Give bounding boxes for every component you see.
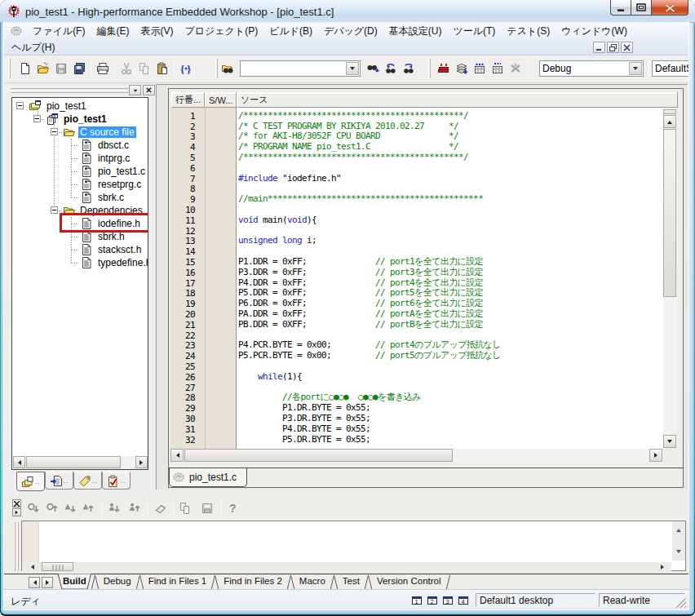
tree-item-C source file[interactable]: C source file xyxy=(12,126,148,139)
tree-expander[interactable] xyxy=(51,206,58,214)
copy-button[interactable] xyxy=(135,60,153,78)
output-tab-macro[interactable]: Macro xyxy=(294,574,330,590)
menu-item-7[interactable]: ツール(T) xyxy=(447,22,501,41)
tree-item-pio_test1[interactable]: Bpio_test1 xyxy=(12,113,148,126)
print-button[interactable] xyxy=(94,60,112,78)
tree-item-label[interactable]: resetprg.c xyxy=(96,179,143,190)
tree-item-label[interactable]: sbrk.c xyxy=(96,192,126,203)
compile-file-button[interactable] xyxy=(435,60,453,78)
tree-horizontal-scrollbar[interactable] xyxy=(13,456,148,469)
desktop-layout-button-4[interactable]: 4 xyxy=(458,595,469,606)
tab-scroll-left-button[interactable] xyxy=(29,577,40,588)
split-handle[interactable] xyxy=(663,109,676,114)
configuration-combo-dropdown[interactable] xyxy=(629,62,642,75)
tree-item-label[interactable]: dbsct.c xyxy=(96,140,131,151)
tag-next-button[interactable] xyxy=(63,501,77,515)
menu-item-9[interactable]: ウィンドウ(W) xyxy=(556,22,633,41)
find-combo-dropdown[interactable] xyxy=(346,62,359,75)
workspace-tab-projects[interactable]: .. xyxy=(16,472,45,491)
todo-previous-button[interactable] xyxy=(127,501,141,515)
update-all-dependencies-button[interactable] xyxy=(489,60,507,78)
tag-previous-button[interactable] xyxy=(81,501,95,515)
breakpoint-column[interactable] xyxy=(205,108,237,449)
new-file-button[interactable] xyxy=(16,60,34,78)
scroll-left-button[interactable] xyxy=(13,456,25,468)
resize-grip[interactable] xyxy=(674,596,687,609)
output-tab-find-in-files-1[interactable]: Find in Files 1 xyxy=(144,574,212,590)
mdi-restore-button[interactable] xyxy=(607,42,619,53)
output-tab-version-control[interactable]: Version Control xyxy=(372,574,446,590)
paste-button[interactable] xyxy=(153,60,171,78)
output-tab-find-in-files-2[interactable]: Find in Files 2 xyxy=(219,574,287,590)
tree-item-stacksct-h[interactable]: stacksct.h xyxy=(12,243,148,256)
scroll-left-button[interactable] xyxy=(170,449,184,462)
close-button[interactable] xyxy=(652,0,688,16)
open-file-button[interactable] xyxy=(34,60,52,78)
insert-template-button[interactable]: {} xyxy=(177,60,195,78)
todo-next-button[interactable] xyxy=(107,501,121,515)
code-line-7[interactable]: #include "iodefine.h" xyxy=(238,174,341,184)
mdi-close-button[interactable] xyxy=(621,42,633,53)
toolbar-grip[interactable] xyxy=(215,59,218,78)
scroll-right-arrow-icon[interactable] xyxy=(661,565,666,569)
scroll-down-arrow-icon[interactable] xyxy=(676,550,681,556)
toolbar-grip[interactable] xyxy=(428,59,431,78)
editor-horizontal-scrollbar[interactable] xyxy=(170,449,663,463)
output-hscroll-thumb[interactable] xyxy=(42,562,73,571)
find-combo[interactable] xyxy=(240,60,361,77)
help-button[interactable]: ? xyxy=(225,501,239,515)
tree-item-label[interactable]: typedefine.h xyxy=(96,257,148,268)
find-next-button[interactable] xyxy=(364,60,382,78)
menu-item-4[interactable]: ビルド(B) xyxy=(263,22,318,41)
workspace-tab-templates[interactable]: .. xyxy=(45,472,73,490)
code-line-5[interactable]: /***************************************… xyxy=(238,153,468,163)
output-vertical-scrollbar[interactable] xyxy=(672,521,685,561)
output-horizontal-scrollbar[interactable] xyxy=(22,562,671,572)
menu-item-help[interactable]: ヘルプ(H) xyxy=(6,38,61,57)
scroll-down-button[interactable] xyxy=(663,435,676,448)
build-button[interactable] xyxy=(453,60,471,78)
code-line-13[interactable]: unsigned long i; xyxy=(238,236,317,246)
tree-item-resetprg-c[interactable]: resetprg.c xyxy=(12,178,148,191)
code-line-24[interactable]: P5.PCR.BYTE = 0x00; // port5のプルアップ抵抗なし xyxy=(238,351,501,361)
scroll-up-button[interactable] xyxy=(663,115,676,128)
horizontal-scroll-thumb[interactable] xyxy=(184,449,453,462)
maximize-button[interactable] xyxy=(631,0,652,16)
tab-scroll-right-button[interactable] xyxy=(42,577,53,588)
menu-item-5[interactable]: デバッグ(D) xyxy=(318,22,383,41)
configuration-combo[interactable]: Debug xyxy=(539,60,644,77)
menu-item-1[interactable]: 編集(E) xyxy=(91,22,135,41)
tree-expander[interactable] xyxy=(16,102,24,109)
output-gripper[interactable] xyxy=(14,522,15,571)
copy-button[interactable] xyxy=(178,501,192,515)
editor-vertical-scrollbar[interactable] xyxy=(663,108,677,449)
tree-expander[interactable] xyxy=(33,115,41,122)
scroll-up-arrow-icon[interactable] xyxy=(676,526,681,532)
code-line-9[interactable]: //main**********************************… xyxy=(238,194,483,205)
panel-menu-button[interactable] xyxy=(129,85,141,95)
menu-item-6[interactable]: 基本設定(U) xyxy=(383,22,448,41)
title-bar[interactable]: pio_test1 - High-performance Embedded Wo… xyxy=(0,0,695,23)
mdi-minimize-button[interactable] xyxy=(593,42,605,53)
save-all-button[interactable] xyxy=(70,60,88,78)
desktop-layout-button-1[interactable]: 1 xyxy=(411,595,423,606)
column-header-line-number[interactable]: 行番... xyxy=(171,92,205,108)
error-next-button[interactable] xyxy=(26,501,40,515)
code-line-26[interactable]: while(1){ xyxy=(238,372,302,383)
menu-item-8[interactable]: テスト(S) xyxy=(501,22,556,41)
save-file-button[interactable] xyxy=(52,60,70,78)
scroll-thumb[interactable] xyxy=(26,456,121,468)
desktop-layout-button-2[interactable]: 2 xyxy=(427,595,438,606)
column-header-sw-breakpoint[interactable]: S/W... xyxy=(205,92,237,108)
find-previous-button[interactable] xyxy=(382,60,400,78)
panel-gripper[interactable] xyxy=(11,91,128,93)
find-next-down-button[interactable] xyxy=(400,60,418,78)
code-line-32[interactable]: P5.DR.BYTE = 0x55; xyxy=(238,435,370,445)
tree-item-label[interactable]: pio_test1 xyxy=(62,113,108,125)
column-header-source[interactable]: ソース xyxy=(237,92,678,108)
save-button[interactable] xyxy=(200,501,214,515)
tree-item-pio_test1[interactable]: pio_test1 xyxy=(12,100,148,113)
scroll-left-arrow-icon[interactable] xyxy=(29,565,34,569)
scroll-right-button[interactable] xyxy=(649,449,662,462)
tree-item-intprg-c[interactable]: intprg.c xyxy=(12,152,148,165)
